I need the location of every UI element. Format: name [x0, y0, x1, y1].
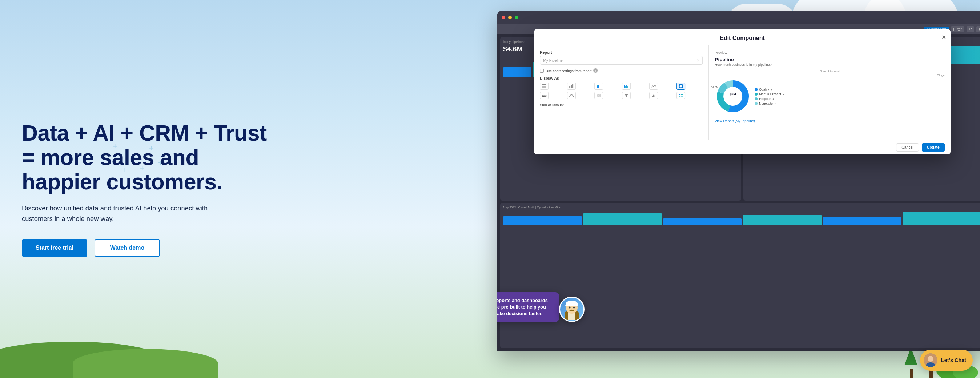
- support-avatar: [924, 354, 937, 367]
- bottom-chart: [503, 210, 980, 225]
- svg-text:$6M: $6M: [730, 92, 737, 96]
- svg-rect-20: [597, 85, 598, 86]
- modal-header: Edit Component ✕: [534, 29, 951, 45]
- legend-dot: [755, 93, 757, 95]
- dashboard-background: + Component Filter ↩ ⚙ in my pipeline? $…: [497, 11, 980, 351]
- settings-button[interactable]: ⚙: [976, 26, 980, 32]
- legend-indicator: ●: [774, 102, 776, 105]
- svg-rect-15: [542, 87, 546, 88]
- cta-buttons: Start free trial Watch demo: [22, 239, 517, 257]
- preview-subtitle: How much business is in my pipeline?: [714, 63, 945, 67]
- revenue-card: May 2023 | Close Month | Opportunities W…: [500, 203, 980, 349]
- tooltip-bubble: Reports and dashboards are pre-built to …: [497, 292, 559, 322]
- hill-2: [73, 349, 218, 378]
- grouped-bar-option[interactable]: [622, 83, 631, 90]
- stacked-bar-option[interactable]: [595, 83, 603, 90]
- svg-rect-37: [679, 94, 681, 95]
- display-options-row2: 123: [540, 92, 703, 99]
- svg-rect-21: [598, 86, 600, 88]
- number-option[interactable]: 123: [540, 92, 549, 99]
- gauge-option[interactable]: [567, 92, 576, 99]
- watch-demo-button[interactable]: Watch demo: [94, 239, 160, 257]
- svg-point-49: [569, 307, 571, 308]
- stage-label: Stage: [714, 73, 945, 77]
- bar-option[interactable]: [567, 83, 576, 90]
- svg-rect-39: [679, 95, 681, 97]
- chat-button[interactable]: Let's Chat: [920, 349, 973, 371]
- pivot-option[interactable]: [595, 92, 603, 99]
- legend-indicator: ●: [783, 93, 784, 96]
- svg-rect-6: [910, 369, 913, 378]
- left-content: Data + AI + CRM + Trust = more sales and…: [0, 106, 539, 272]
- modal-left-panel: Report My Pipeline ✕ Use chart settings …: [534, 45, 709, 140]
- window-minimize-dot: [508, 16, 512, 19]
- display-as-label: Display As: [540, 76, 703, 80]
- bar-item: [822, 217, 902, 225]
- right-dashboard-area: + Component Filter ↩ ⚙ in my pipeline? $…: [497, 11, 980, 351]
- tooltip-text: Reports and dashboards are pre-built to …: [497, 298, 548, 316]
- filter-button[interactable]: Filter: [951, 26, 964, 32]
- line-option[interactable]: [649, 83, 658, 90]
- svg-point-52: [928, 356, 934, 362]
- cancel-button[interactable]: Cancel: [896, 143, 919, 152]
- bar-item: [743, 215, 821, 225]
- svg-rect-38: [681, 94, 682, 95]
- page-wrapper: + + + + + + Data + AI + CRM + Trust = mo…: [0, 0, 980, 378]
- chart-settings-row: Use chart settings from report i: [540, 68, 703, 73]
- funnel-option[interactable]: [622, 92, 631, 99]
- undo-button[interactable]: ↩: [967, 26, 974, 32]
- svg-rect-22: [598, 85, 600, 86]
- modal-title: Edit Component: [541, 35, 943, 41]
- modal-right-panel: Preview Pipeline How much business is in…: [709, 45, 951, 140]
- svg-rect-16: [569, 86, 570, 88]
- einstein-tooltip: Reports and dashboards are pre-built to …: [497, 292, 584, 322]
- update-button[interactable]: Update: [922, 143, 945, 152]
- legend-label: Qualify: [759, 87, 769, 91]
- svg-rect-18: [572, 84, 573, 88]
- bar-item: [663, 218, 742, 225]
- legend-dot: [755, 97, 757, 100]
- report-field[interactable]: My Pipeline ✕: [540, 56, 703, 65]
- clear-icon[interactable]: ✕: [697, 58, 699, 62]
- modal-footer: Cancel Update: [534, 140, 951, 154]
- start-trial-button[interactable]: Start free trial: [22, 239, 87, 257]
- donut-label-amount: $4.6M: [711, 86, 718, 89]
- edit-component-modal: Edit Component ✕ Report My Pipeline ✕ Us: [534, 29, 951, 154]
- table-option[interactable]: [540, 83, 549, 90]
- preview-title: Pipeline: [714, 57, 945, 62]
- svg-point-28: [680, 86, 682, 87]
- chart-settings-label: Use chart settings from report: [546, 69, 592, 73]
- svg-point-36: [652, 96, 654, 97]
- legend-indicator: ●: [772, 97, 774, 101]
- donut-chart-container: $6M $4.6M: [714, 78, 751, 116]
- bar-item: [503, 67, 531, 77]
- info-icon[interactable]: i: [593, 68, 598, 73]
- svg-rect-30: [599, 94, 601, 95]
- einstein-avatar: [559, 297, 584, 322]
- scatter-option[interactable]: [649, 92, 658, 99]
- donut-option[interactable]: [676, 83, 685, 90]
- dashboard-header: [497, 11, 980, 24]
- donut-area: $6M $4.6M Qualify ●: [714, 78, 945, 116]
- svg-rect-14: [542, 86, 546, 87]
- legend-negotiate: Negotiate ●: [755, 102, 784, 105]
- chat-avatar: [924, 353, 937, 367]
- view-report-link[interactable]: View Report (My Pipeline): [714, 119, 945, 123]
- main-headline: Data + AI + CRM + Trust = more sales and…: [22, 121, 517, 194]
- svg-point-34: [653, 95, 654, 96]
- legend-dot: [755, 88, 757, 91]
- legend-meet: Meet & Present ●: [755, 92, 784, 96]
- modal-body: Report My Pipeline ✕ Use chart settings …: [534, 45, 951, 140]
- report-value: My Pipeline: [543, 59, 563, 62]
- chart-settings-checkbox[interactable]: [540, 69, 544, 73]
- sum-label: Sum of Amount: [540, 103, 703, 107]
- svg-point-35: [654, 95, 655, 97]
- sum-of-amount-label: Sum of Amount: [714, 70, 945, 73]
- svg-rect-25: [626, 85, 627, 88]
- svg-rect-23: [624, 86, 625, 88]
- modal-close-button[interactable]: ✕: [942, 34, 946, 41]
- svg-rect-13: [542, 84, 546, 86]
- heatmap-option[interactable]: [676, 92, 685, 99]
- legend-label: Propose: [759, 97, 771, 101]
- bar-item: [583, 213, 662, 225]
